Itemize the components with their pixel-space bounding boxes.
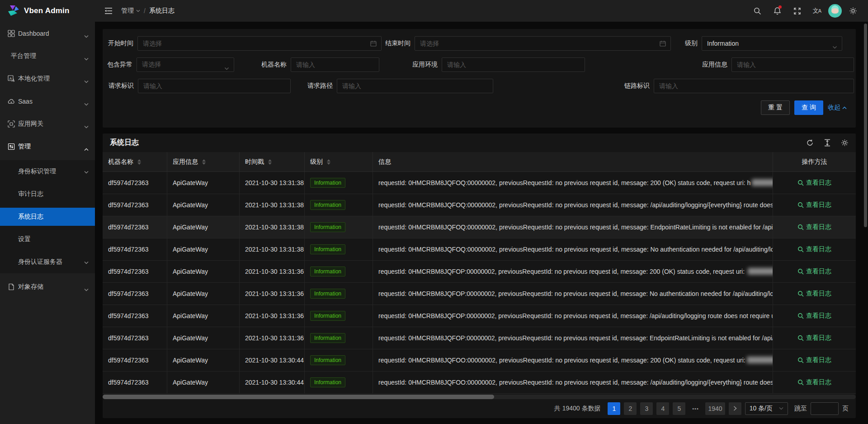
gear-icon[interactable]	[844, 2, 862, 19]
avatar[interactable]	[828, 4, 842, 18]
request-id-input[interactable]	[143, 82, 285, 90]
table-row[interactable]: df5974d72363 ApiGateWay 2021-10-30 13:31…	[103, 194, 856, 216]
trace-id-input[interactable]	[659, 82, 849, 90]
bell-icon[interactable]	[769, 2, 786, 19]
header-actions: 文A	[749, 2, 862, 19]
request-id-field[interactable]	[138, 79, 291, 93]
collapse-link[interactable]: 收起	[828, 104, 847, 112]
table-row[interactable]: df5974d72363 ApiGateWay 2021-10-30 13:31…	[103, 172, 856, 194]
view-log-link[interactable]: 查看日志	[797, 223, 831, 231]
machine-name-field[interactable]	[291, 57, 379, 72]
page-button-1[interactable]: 1	[608, 402, 620, 415]
menu-fold-icon[interactable]	[101, 4, 116, 18]
vertical-scrollbar[interactable]	[864, 22, 867, 424]
page-button-last[interactable]: 1940	[705, 402, 725, 415]
table-row[interactable]: df5974d72363 ApiGateWay 2021-10-30 13:30…	[103, 372, 856, 394]
sidebar-item-identity[interactable]: 身份标识管理	[0, 162, 95, 181]
sidebar-item-object-storage[interactable]: 对象存储	[0, 278, 95, 296]
sidebar-item-gateway[interactable]: 应用网关	[0, 115, 95, 133]
view-log-link[interactable]: 查看日志	[797, 356, 831, 364]
machine-name-input[interactable]	[296, 61, 374, 68]
next-page-button[interactable]	[729, 402, 741, 415]
cell-action: 查看日志	[773, 194, 856, 216]
search-icon	[797, 268, 804, 275]
sidebar-item-system-log[interactable]: 系统日志	[0, 208, 95, 226]
chevron-down-icon	[224, 64, 229, 72]
col-header-app[interactable]: 应用信息	[167, 152, 240, 172]
app-info-input[interactable]	[737, 61, 849, 68]
sidebar-item-settings[interactable]: 设置	[0, 230, 95, 248]
view-log-link[interactable]: 查看日志	[797, 201, 831, 209]
sidebar-item-auth-server[interactable]: 身份认证服务器	[0, 253, 95, 271]
table-row[interactable]: df5974d72363 ApiGateWay 2021-10-30 13:31…	[103, 327, 856, 349]
page-ellipsis[interactable]: •••	[689, 402, 702, 415]
app-env-field[interactable]	[442, 57, 585, 72]
level-badge: Information	[310, 377, 345, 387]
fullscreen-icon[interactable]	[788, 2, 806, 19]
view-log-link[interactable]: 查看日志	[797, 179, 831, 187]
end-time-input[interactable]	[420, 40, 665, 47]
page-button-3[interactable]: 3	[640, 402, 653, 415]
cell-timestamp: 2021-10-30 13:31:38	[240, 216, 305, 238]
view-log-link[interactable]: 查看日志	[797, 290, 831, 298]
sort-icon[interactable]	[137, 159, 141, 165]
table-row[interactable]: df5974d72363 ApiGateWay 2021-10-30 13:31…	[103, 261, 856, 283]
sort-icon[interactable]	[268, 159, 272, 165]
col-header-level[interactable]: 级别	[305, 152, 373, 172]
sidebar-item-manage[interactable]: 管理	[0, 138, 95, 156]
sidebar-item-dashboard[interactable]: Dashboard	[0, 24, 95, 43]
scrollbar-thumb[interactable]	[103, 395, 494, 399]
view-log-link[interactable]: 查看日志	[797, 378, 831, 386]
app-env-input[interactable]	[447, 61, 580, 68]
view-log-link[interactable]: 查看日志	[797, 267, 831, 276]
page-button-5[interactable]: 5	[673, 402, 685, 415]
table-row[interactable]: df5974d72363 ApiGateWay 2021-10-30 13:31…	[103, 305, 856, 327]
page-button-2[interactable]: 2	[624, 402, 637, 415]
sidebar-item-platform[interactable]: 平台管理	[0, 47, 95, 65]
sort-icon[interactable]	[202, 159, 206, 165]
search-icon	[797, 246, 804, 252]
has-exception-select[interactable]: 请选择	[137, 57, 234, 72]
view-log-link[interactable]: 查看日志	[797, 312, 831, 320]
level-select[interactable]: Information	[702, 36, 842, 51]
view-log-link[interactable]: 查看日志	[797, 245, 831, 253]
col-header-machine[interactable]: 机器名称	[103, 152, 167, 172]
col-header-timestamp[interactable]: 时间戳	[240, 152, 305, 172]
search-button[interactable]: 查 询	[794, 100, 823, 115]
page-button-4[interactable]: 4	[656, 402, 669, 415]
trace-id-field[interactable]	[654, 79, 854, 93]
request-path-field[interactable]	[337, 79, 493, 93]
cell-machine: df5974d72363	[103, 327, 167, 349]
locale-icon[interactable]: 文A	[808, 2, 826, 19]
start-time-label: 开始时间	[106, 39, 133, 48]
page-size-select[interactable]: 10 条/页	[745, 402, 788, 415]
view-log-link[interactable]: 查看日志	[797, 334, 831, 342]
logo[interactable]: Vben Admin	[0, 0, 95, 22]
sidebar-item-audit-log[interactable]: 审计日志	[0, 185, 95, 203]
machine-name-label: 机器名称	[259, 61, 287, 69]
reset-button[interactable]: 重 置	[761, 100, 790, 115]
row-height-icon[interactable]	[824, 139, 831, 147]
horizontal-scrollbar[interactable]	[103, 395, 856, 399]
gear-icon[interactable]	[841, 139, 849, 147]
cell-timestamp: 2021-10-30 13:31:36	[240, 261, 305, 283]
jump-page-input[interactable]	[811, 402, 839, 415]
sidebar-item-localization[interactable]: A 本地化管理	[0, 70, 95, 88]
start-time-input[interactable]	[143, 40, 376, 47]
table-row[interactable]: df5974d72363 ApiGateWay 2021-10-30 13:31…	[103, 216, 856, 238]
cell-action: 查看日志	[773, 349, 856, 372]
request-path-input[interactable]	[342, 82, 488, 90]
table-row[interactable]: df5974d72363 ApiGateWay 2021-10-30 13:31…	[103, 283, 856, 305]
scrollbar-thumb[interactable]	[864, 24, 867, 227]
sort-icon[interactable]	[327, 159, 330, 165]
search-icon[interactable]	[749, 2, 766, 19]
search-icon	[797, 335, 804, 341]
app-info-field[interactable]	[731, 57, 854, 72]
sidebar-item-saas[interactable]: Saas	[0, 92, 95, 110]
end-time-picker[interactable]	[415, 36, 671, 51]
table-row[interactable]: df5974d72363 ApiGateWay 2021-10-30 13:31…	[103, 238, 856, 261]
refresh-icon[interactable]	[806, 139, 814, 147]
breadcrumb-parent[interactable]: 管理	[121, 7, 140, 15]
table-row[interactable]: df5974d72363 ApiGateWay 2021-10-30 13:30…	[103, 349, 856, 372]
start-time-picker[interactable]	[137, 36, 382, 51]
